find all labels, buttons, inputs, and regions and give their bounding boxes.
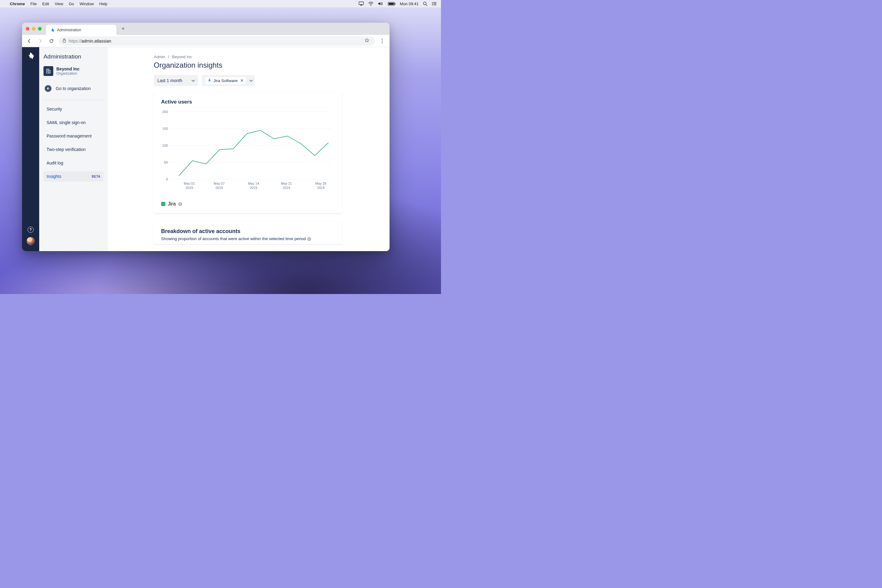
atlassian-logo-icon[interactable]: [27, 51, 34, 59]
active-users-chart: 050100150200May 012019May 072019May 1420…: [161, 108, 335, 197]
chart-legend: Jira i: [161, 201, 335, 207]
menubar-file[interactable]: File: [30, 2, 37, 6]
chevron-down-icon: [191, 78, 195, 83]
svg-rect-18: [49, 70, 51, 73]
svg-point-16: [382, 42, 382, 43]
org-switcher[interactable]: Beyond Inc Organization: [44, 65, 104, 79]
jira-icon: [207, 78, 212, 83]
svg-point-11: [432, 4, 433, 6]
product-chip: Jira Software ✕: [206, 77, 246, 84]
org-name: Beyond Inc: [56, 66, 80, 72]
date-range-dropdown[interactable]: Last 1 month: [154, 75, 198, 86]
svg-text:May 07: May 07: [214, 182, 225, 185]
sidebar-item-security[interactable]: Security: [44, 104, 104, 114]
svg-text:2019: 2019: [186, 186, 193, 190]
svg-line-6: [426, 4, 427, 6]
window-zoom-button[interactable]: [38, 27, 42, 31]
go-to-org-link[interactable]: Go to organization: [44, 82, 104, 95]
svg-rect-12: [434, 4, 436, 5]
window-close-button[interactable]: [26, 27, 29, 31]
svg-text:0: 0: [166, 177, 168, 181]
volume-icon[interactable]: [378, 2, 383, 6]
active-users-card: Active users 050100150200May 012019May 0…: [154, 92, 342, 213]
org-sub: Organization: [56, 71, 80, 76]
address-bar[interactable]: https://admin.atlassian: [59, 36, 375, 46]
svg-rect-3: [388, 3, 394, 5]
info-icon[interactable]: i: [178, 202, 182, 206]
browser-tabstrip: Administration +: [22, 22, 390, 35]
app-nav-rail: ?: [22, 47, 39, 251]
sidebar-item-password[interactable]: Password management: [44, 131, 104, 141]
menubar-go[interactable]: Go: [69, 2, 74, 6]
svg-point-15: [382, 40, 382, 41]
info-icon[interactable]: i: [307, 237, 311, 241]
airplay-icon[interactable]: [358, 2, 364, 6]
help-icon[interactable]: ?: [28, 226, 34, 233]
card-subtitle: Showing proportion of accounts that were…: [161, 236, 335, 241]
chevron-down-icon: [249, 78, 253, 83]
card-title: Breakdown of active accounts: [161, 228, 335, 235]
svg-text:2019: 2019: [317, 186, 324, 190]
svg-point-5: [423, 2, 426, 4]
battery-icon[interactable]: [388, 2, 396, 6]
svg-text:May 14: May 14: [248, 182, 259, 185]
menubar-clock[interactable]: Mon 09:41: [400, 2, 418, 6]
control-center-icon[interactable]: [432, 2, 437, 6]
svg-text:50: 50: [164, 160, 168, 164]
main-content: Admin / Beyond Inc Organization insights…: [108, 47, 390, 251]
menubar-view[interactable]: View: [54, 2, 63, 6]
svg-text:2019: 2019: [250, 186, 257, 190]
window-controls: [26, 27, 42, 31]
svg-text:150: 150: [162, 127, 168, 130]
svg-text:May 01: May 01: [184, 182, 195, 185]
menubar-edit[interactable]: Edit: [42, 2, 49, 6]
beta-badge: BETA: [92, 175, 100, 178]
wifi-icon[interactable]: [368, 2, 374, 6]
back-button[interactable]: [24, 36, 34, 46]
atlassian-favicon-icon: [50, 28, 54, 32]
remove-chip-icon[interactable]: ✕: [240, 78, 244, 83]
svg-rect-13: [63, 40, 66, 42]
menubar-window[interactable]: Window: [80, 2, 94, 6]
sidebar-title: Administration: [44, 53, 104, 60]
browser-menu-button[interactable]: [377, 36, 387, 46]
breakdown-card: Breakdown of active accounts Showing pro…: [154, 221, 342, 244]
breadcrumb-admin[interactable]: Admin: [154, 54, 165, 59]
page-title: Organization insights: [154, 61, 368, 69]
menubar-app[interactable]: Chrome: [10, 2, 25, 6]
svg-text:200: 200: [162, 110, 168, 114]
mac-menubar: Chrome File Edit View Go Window Help Mon…: [0, 0, 441, 8]
browser-window: Administration + https://admin.atlassian…: [22, 22, 390, 251]
browser-tab[interactable]: Administration: [46, 25, 116, 35]
bookmark-star-icon[interactable]: [363, 38, 371, 44]
avatar[interactable]: [27, 237, 34, 245]
lock-icon: [63, 38, 66, 44]
spotlight-icon[interactable]: [423, 2, 428, 6]
svg-point-14: [382, 39, 382, 39]
legend-label: Jira: [168, 201, 176, 207]
sidebar-item-saml[interactable]: SAML single sign-on: [44, 117, 104, 128]
sidebar-item-insights[interactable]: Insights BETA: [44, 171, 104, 182]
svg-text:2019: 2019: [216, 186, 223, 190]
svg-point-1: [370, 5, 371, 6]
svg-text:May 28: May 28: [315, 182, 327, 185]
browser-toolbar: https://admin.atlassian: [22, 35, 390, 47]
window-minimize-button[interactable]: [32, 27, 36, 31]
new-tab-button[interactable]: +: [119, 24, 128, 33]
svg-rect-10: [434, 3, 436, 4]
legend-swatch: [161, 202, 165, 206]
menubar-help[interactable]: Help: [99, 2, 108, 6]
svg-point-7: [432, 2, 433, 3]
sidebar-item-audit-log[interactable]: Audit log: [44, 158, 104, 168]
arrow-left-icon: [45, 85, 51, 92]
product-filter-dropdown[interactable]: Jira Software ✕: [202, 75, 255, 86]
breadcrumb-org[interactable]: Beyond Inc: [172, 54, 192, 59]
forward-button[interactable]: [36, 36, 45, 46]
svg-text:2019: 2019: [283, 186, 290, 190]
reload-button[interactable]: [46, 36, 56, 46]
svg-text:May 21: May 21: [281, 182, 292, 185]
svg-rect-17: [46, 69, 49, 73]
svg-rect-0: [359, 2, 363, 4]
svg-text:100: 100: [162, 144, 168, 147]
sidebar-item-two-step[interactable]: Two-step verification: [44, 144, 104, 154]
